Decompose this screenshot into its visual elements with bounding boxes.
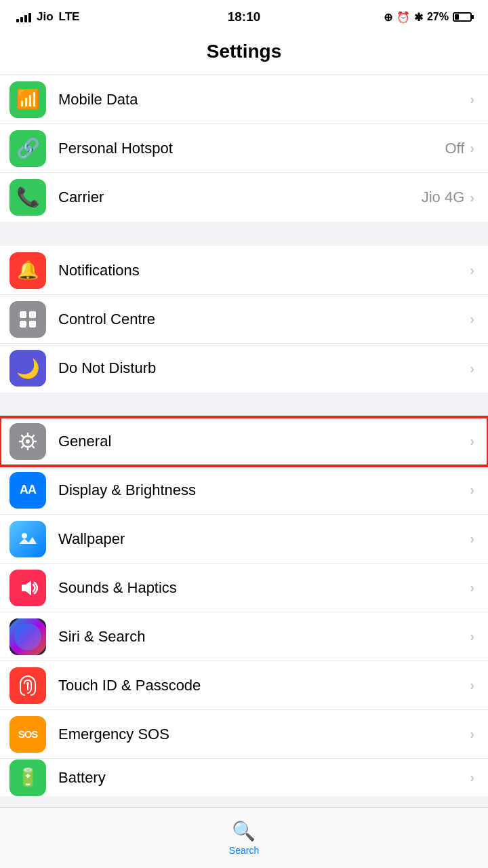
section-gap-1	[0, 222, 488, 246]
display-brightness-icon: AA	[9, 472, 46, 509]
general-label: General	[58, 433, 470, 450]
general-chevron: ›	[470, 433, 474, 449]
page-title-bar: Settings	[0, 34, 488, 75]
siri-icon	[9, 618, 46, 655]
svg-rect-3	[29, 321, 36, 328]
network-label: LTE	[59, 10, 80, 24]
carrier-chevron: ›	[470, 190, 474, 205]
sounds-haptics-label: Sounds & Haptics	[58, 579, 470, 597]
mobile-data-icon: 📶	[9, 81, 46, 118]
do-not-disturb-icon: 🌙	[9, 350, 46, 387]
notifications-chevron: ›	[470, 262, 474, 278]
battery-percent: 27%	[427, 11, 449, 23]
svg-marker-7	[22, 580, 31, 595]
emergency-sos-icon: SOS	[9, 716, 46, 753]
emergency-sos-chevron: ›	[470, 726, 474, 742]
status-bar: Jio LTE 18:10 ⊕ ⏰ ✱ 27%	[0, 0, 488, 34]
mobile-data-chevron: ›	[470, 92, 474, 107]
carrier-item[interactable]: 📞 Carrier Jio 4G ›	[0, 173, 488, 222]
bluetooth-icon: ✱	[414, 11, 423, 24]
siri-search-item[interactable]: Siri & Search ›	[0, 612, 488, 661]
search-tab[interactable]: 🔍 Search	[229, 820, 259, 856]
wallpaper-icon	[9, 521, 46, 557]
carrier-icon: 📞	[9, 179, 46, 216]
sounds-haptics-item[interactable]: Sounds & Haptics ›	[0, 564, 488, 612]
svg-point-5	[26, 439, 30, 443]
mobile-data-label: Mobile Data	[58, 91, 470, 108]
emergency-sos-label: Emergency SOS	[58, 726, 470, 743]
location-icon: ⊕	[384, 11, 392, 24]
status-right: ⊕ ⏰ ✱ 27%	[384, 11, 472, 24]
svg-point-8	[26, 682, 29, 685]
touch-id-label: Touch ID & Passcode	[58, 677, 470, 694]
control-centre-icon	[9, 301, 46, 338]
personal-hotspot-label: Personal Hotspot	[58, 140, 445, 157]
touch-id-chevron: ›	[470, 677, 474, 693]
personal-hotspot-value: Off	[445, 140, 464, 157]
status-left: Jio LTE	[16, 10, 79, 24]
personal-hotspot-item[interactable]: 🔗 Personal Hotspot Off ›	[0, 124, 488, 173]
wallpaper-label: Wallpaper	[58, 530, 470, 548]
personal-hotspot-chevron: ›	[470, 140, 474, 156]
mobile-data-item[interactable]: 📶 Mobile Data ›	[0, 75, 488, 124]
battery-chevron: ›	[470, 770, 474, 785]
emergency-sos-item[interactable]: SOS Emergency SOS ›	[0, 710, 488, 759]
svg-rect-0	[20, 311, 26, 318]
do-not-disturb-item[interactable]: 🌙 Do Not Disturb ›	[0, 344, 488, 393]
touch-id-item[interactable]: Touch ID & Passcode ›	[0, 661, 488, 710]
page-title: Settings	[0, 41, 488, 62]
notifications-label: Notifications	[58, 262, 470, 279]
battery-label: Battery	[58, 769, 470, 787]
status-time: 18:10	[228, 9, 261, 24]
notifications-item[interactable]: 🔔 Notifications ›	[0, 246, 488, 295]
connectivity-group: 📶 Mobile Data › 🔗 Personal Hotspot Off ›…	[0, 75, 488, 222]
svg-rect-2	[20, 321, 26, 328]
display-brightness-item[interactable]: AA Display & Brightness ›	[0, 466, 488, 515]
wallpaper-item[interactable]: Wallpaper ›	[0, 515, 488, 564]
general-icon	[9, 423, 46, 460]
control-centre-item[interactable]: Control Centre ›	[0, 295, 488, 344]
siri-search-label: Siri & Search	[58, 628, 470, 646]
do-not-disturb-chevron: ›	[470, 361, 474, 376]
display-brightness-chevron: ›	[470, 482, 474, 498]
battery-icon	[453, 12, 472, 22]
control-centre-label: Control Centre	[58, 311, 470, 328]
siri-search-chevron: ›	[470, 629, 474, 644]
system-group: 🔔 Notifications › Control Centre › 🌙 Do …	[0, 246, 488, 393]
svg-point-6	[22, 533, 27, 538]
touch-id-icon	[9, 667, 46, 704]
do-not-disturb-label: Do Not Disturb	[58, 359, 470, 377]
personal-hotspot-icon: 🔗	[9, 130, 46, 167]
sounds-haptics-icon	[9, 570, 46, 606]
battery-icon-item: 🔋	[9, 760, 46, 796]
display-brightness-label: Display & Brightness	[58, 481, 470, 499]
svg-rect-1	[29, 311, 36, 318]
sounds-haptics-chevron: ›	[470, 580, 474, 595]
notifications-icon: 🔔	[9, 252, 46, 289]
control-centre-chevron: ›	[470, 311, 474, 327]
bottom-tab-bar: 🔍 Search	[0, 807, 488, 868]
signal-bars-icon	[16, 12, 31, 22]
section-gap-2	[0, 393, 488, 417]
carrier-value: Jio 4G	[422, 189, 465, 206]
carrier-label-text: Carrier	[58, 189, 422, 206]
wallpaper-chevron: ›	[470, 531, 474, 547]
preferences-group: General › AA Display & Brightness › Wall…	[0, 417, 488, 796]
battery-item[interactable]: 🔋 Battery ›	[0, 759, 488, 796]
alarm-icon: ⏰	[396, 11, 410, 24]
search-tab-icon: 🔍	[232, 820, 256, 842]
carrier-label: Jio	[37, 10, 54, 24]
search-tab-label: Search	[229, 845, 259, 856]
general-item[interactable]: General ›	[0, 417, 488, 466]
